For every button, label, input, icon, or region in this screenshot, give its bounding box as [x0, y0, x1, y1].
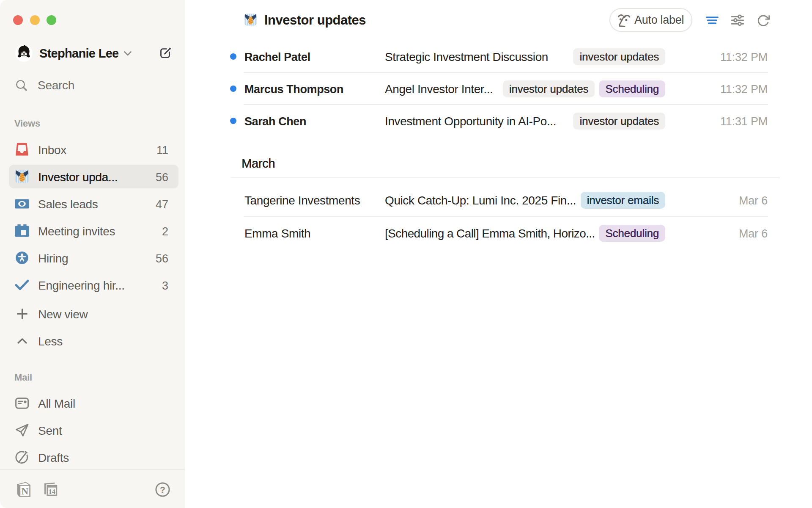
svg-text:14: 14: [49, 488, 56, 496]
svg-text:?: ?: [160, 485, 165, 494]
svg-text:N: N: [21, 486, 28, 497]
